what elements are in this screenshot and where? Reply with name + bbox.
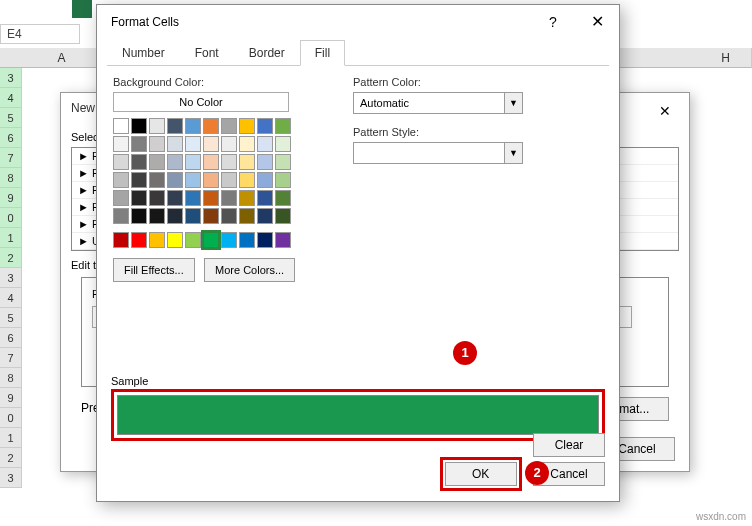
color-swatch[interactable] [131,172,147,188]
color-swatch[interactable] [221,172,237,188]
row-header[interactable]: 1 [0,228,22,248]
row-header[interactable]: 3 [0,468,22,488]
tab-border[interactable]: Border [234,40,300,66]
color-swatch[interactable] [203,232,219,248]
color-swatch[interactable] [239,154,255,170]
color-swatch[interactable] [221,208,237,224]
pattern-style-select[interactable]: ▼ [353,142,523,164]
color-swatch[interactable] [167,208,183,224]
color-swatch[interactable] [203,136,219,152]
color-swatch[interactable] [275,172,291,188]
color-swatch[interactable] [167,118,183,134]
color-swatch[interactable] [149,154,165,170]
color-swatch[interactable] [239,136,255,152]
color-swatch[interactable] [221,154,237,170]
color-swatch[interactable] [149,232,165,248]
row-header[interactable]: 6 [0,128,22,148]
color-swatch[interactable] [113,232,129,248]
color-swatch[interactable] [257,118,273,134]
color-swatch[interactable] [221,232,237,248]
more-colors-button[interactable]: More Colors... [204,258,295,282]
color-swatch[interactable] [203,154,219,170]
row-header[interactable]: 1 [0,428,22,448]
row-header[interactable]: 7 [0,348,22,368]
tab-fill[interactable]: Fill [300,40,345,66]
color-swatch[interactable] [221,136,237,152]
color-swatch[interactable] [131,232,147,248]
color-swatch[interactable] [185,172,201,188]
color-swatch[interactable] [149,172,165,188]
color-swatch[interactable] [239,208,255,224]
row-header[interactable]: 5 [0,308,22,328]
row-header[interactable]: 9 [0,388,22,408]
color-swatch[interactable] [203,208,219,224]
clear-button[interactable]: Clear [533,433,605,457]
row-header[interactable]: 7 [0,148,22,168]
tab-font[interactable]: Font [180,40,234,66]
color-swatch[interactable] [239,190,255,206]
pattern-color-select[interactable]: Automatic ▼ [353,92,523,114]
color-swatch[interactable] [167,136,183,152]
row-header[interactable]: 4 [0,288,22,308]
color-swatch[interactable] [149,208,165,224]
color-swatch[interactable] [239,118,255,134]
color-swatch[interactable] [203,118,219,134]
row-header[interactable]: 8 [0,368,22,388]
color-swatch[interactable] [131,190,147,206]
row-header[interactable]: 3 [0,68,22,88]
color-swatch[interactable] [167,172,183,188]
row-header[interactable]: 9 [0,188,22,208]
row-header[interactable]: 4 [0,88,22,108]
close-icon[interactable]: ✕ [575,7,619,37]
color-swatch[interactable] [257,136,273,152]
fill-effects-button[interactable]: Fill Effects... [113,258,195,282]
color-swatch[interactable] [275,118,291,134]
color-swatch[interactable] [113,172,129,188]
color-swatch[interactable] [185,208,201,224]
color-swatch[interactable] [185,136,201,152]
row-header[interactable]: 5 [0,108,22,128]
color-swatch[interactable] [275,208,291,224]
color-swatch[interactable] [257,154,273,170]
no-color-button[interactable]: No Color [113,92,289,112]
row-header[interactable]: 0 [0,408,22,428]
color-swatch[interactable] [113,208,129,224]
color-swatch[interactable] [275,190,291,206]
row-header[interactable]: 2 [0,448,22,468]
tab-number[interactable]: Number [107,40,180,66]
color-swatch[interactable] [203,172,219,188]
row-header[interactable]: 0 [0,208,22,228]
color-swatch[interactable] [239,232,255,248]
color-swatch[interactable] [275,154,291,170]
color-swatch[interactable] [167,154,183,170]
row-header[interactable]: 8 [0,168,22,188]
color-swatch[interactable] [149,136,165,152]
color-swatch[interactable] [257,172,273,188]
color-swatch[interactable] [167,232,183,248]
color-swatch[interactable] [113,118,129,134]
color-swatch[interactable] [113,154,129,170]
color-swatch[interactable] [113,136,129,152]
col-header-H[interactable]: H [700,48,752,68]
col-header-A[interactable]: A [22,48,102,68]
ok-button[interactable]: OK [445,462,517,486]
color-swatch[interactable] [131,208,147,224]
name-box[interactable]: E4 [0,24,80,44]
color-swatch[interactable] [257,190,273,206]
close-icon[interactable]: ✕ [645,97,685,125]
color-swatch[interactable] [239,172,255,188]
color-swatch[interactable] [185,190,201,206]
color-swatch[interactable] [257,208,273,224]
row-header[interactable]: 2 [0,248,22,268]
color-swatch[interactable] [257,232,273,248]
color-swatch[interactable] [275,232,291,248]
color-swatch[interactable] [221,118,237,134]
color-swatch[interactable] [113,190,129,206]
color-swatch[interactable] [131,136,147,152]
row-header[interactable]: 3 [0,268,22,288]
color-swatch[interactable] [167,190,183,206]
color-swatch[interactable] [185,118,201,134]
color-swatch[interactable] [149,190,165,206]
color-swatch[interactable] [185,154,201,170]
color-swatch[interactable] [131,154,147,170]
